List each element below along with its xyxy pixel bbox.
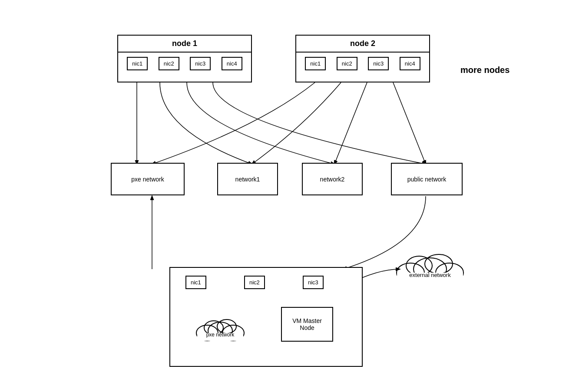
node1-nic4: nic4 [222,57,242,70]
node1-container: node 1 nic1 nic2 nic3 nic4 [117,35,252,82]
vm-pxe-cloud: pxe network [192,311,248,342]
vm-nic2: nic2 [244,276,265,289]
node1-nic2: nic2 [159,57,179,70]
more-nodes-label: more nodes [460,65,510,75]
svg-line-2 [393,82,426,164]
public-network-box: public network [391,163,463,195]
vm-container: nic1 nic2 nic3 VM Master Node pxe networ… [169,267,363,367]
svg-text:external network: external network [409,272,451,278]
vm-nic3: nic3 [303,276,324,289]
diagram: node 1 nic1 nic2 nic3 nic4 node 2 nic1 n… [0,0,579,392]
node2-nic2: nic2 [337,57,357,70]
network2-box: network2 [302,163,363,195]
node2-nics: nic1 nic2 nic3 nic4 [296,53,429,75]
network1-box: network1 [217,163,278,195]
node1-title: node 1 [118,36,251,53]
vm-master-node: VM Master Node [281,307,333,342]
node2-title: node 2 [296,36,429,53]
node2-nic3: nic3 [368,57,389,70]
svg-line-1 [334,82,367,164]
node1-nic1: nic1 [127,57,148,70]
pxe-network-box: pxe network [111,163,185,195]
node2-container: node 2 nic1 nic2 nic3 nic4 [295,35,430,82]
vm-nic1: nic1 [185,276,206,289]
node1-nic3: nic3 [190,57,211,70]
svg-text:pxe network: pxe network [206,332,235,338]
svg-point-16 [425,254,453,273]
external-network-cloud: external network [391,243,469,287]
node2-nic1: nic1 [305,57,326,70]
node2-nic4: nic4 [400,57,420,70]
node1-nics: nic1 nic2 nic3 nic4 [118,53,251,75]
